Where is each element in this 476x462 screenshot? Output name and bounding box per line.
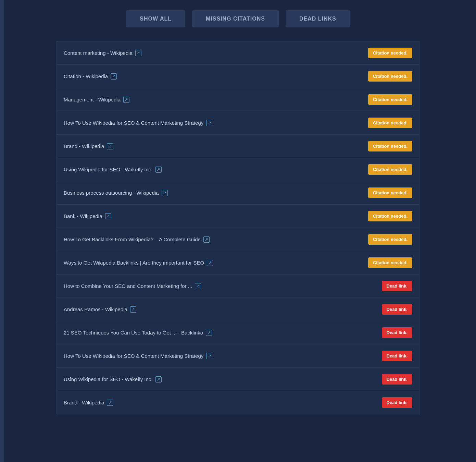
table-row: Brand - Wikipedia↗︎Dead link. — [57, 391, 419, 414]
status-badge[interactable]: Dead link. — [382, 281, 412, 291]
status-badge[interactable]: Dead link. — [382, 374, 412, 385]
result-title: Using Wikipedia for SEO - Wakefly Inc.↗︎ — [64, 376, 382, 382]
result-title: Andreas Ramos - Wikipedia↗︎ — [64, 306, 382, 313]
external-link-icon[interactable]: ↗︎ — [107, 143, 113, 149]
result-title-text: How To Use Wikipedia for SEO & Content M… — [64, 120, 203, 126]
external-link-icon[interactable]: ↗︎ — [130, 306, 136, 313]
result-title: Citation - Wikipedia↗︎ — [64, 73, 368, 80]
result-title: Content marketing - Wikipedia↗︎ — [64, 50, 368, 56]
external-link-icon[interactable]: ↗︎ — [206, 353, 212, 359]
table-row: 21 SEO Techniques You Can Use Today to G… — [57, 321, 419, 344]
status-badge[interactable]: Citation needed. — [368, 234, 412, 245]
table-row: Business process outsourcing - Wikipedia… — [57, 181, 419, 205]
table-row: Content marketing - Wikipedia↗︎Citation … — [57, 41, 419, 65]
result-title-text: How To Use Wikipedia for SEO & Content M… — [64, 353, 203, 359]
result-title: 21 SEO Techniques You Can Use Today to G… — [64, 330, 382, 336]
status-badge[interactable]: Citation needed. — [368, 118, 412, 128]
result-title: How To Get Backlinks From Wikipedia? – A… — [64, 236, 368, 243]
table-row: How to Combine Your SEO and Content Mark… — [57, 275, 419, 298]
result-title-text: Using Wikipedia for SEO - Wakefly Inc. — [64, 167, 153, 172]
result-title-text: Content marketing - Wikipedia — [64, 50, 133, 56]
result-title: Ways to Get Wikipedia Backlinks | Are th… — [64, 260, 368, 266]
result-title-text: Business process outsourcing - Wikipedia — [64, 190, 159, 196]
show-all-button[interactable]: SHOW ALL — [126, 10, 185, 27]
table-row: Andreas Ramos - Wikipedia↗︎Dead link. — [57, 298, 419, 321]
external-link-icon[interactable]: ↗︎ — [162, 190, 168, 196]
table-row: How To Get Backlinks From Wikipedia? – A… — [57, 228, 419, 251]
result-title-text: Using Wikipedia for SEO - Wakefly Inc. — [64, 376, 153, 382]
left-accent — [0, 0, 4, 462]
external-link-icon[interactable]: ↗︎ — [123, 97, 129, 103]
table-row: Ways to Get Wikipedia Backlinks | Are th… — [57, 251, 419, 275]
external-link-icon[interactable]: ↗︎ — [155, 376, 162, 382]
table-row: Using Wikipedia for SEO - Wakefly Inc.↗︎… — [57, 368, 419, 391]
results-list: Content marketing - Wikipedia↗︎Citation … — [57, 41, 419, 414]
result-title: How To Use Wikipedia for SEO & Content M… — [64, 353, 382, 359]
result-title: Business process outsourcing - Wikipedia… — [64, 190, 368, 196]
status-badge[interactable]: Citation needed. — [368, 187, 412, 198]
result-title-text: How To Get Backlinks From Wikipedia? – A… — [64, 236, 201, 242]
result-title: How to Combine Your SEO and Content Mark… — [64, 283, 382, 289]
status-badge[interactable]: Citation needed. — [368, 211, 412, 221]
result-title: Bank - Wikipedia↗︎ — [64, 213, 368, 219]
table-row: Bank - Wikipedia↗︎Citation needed. — [57, 205, 419, 228]
status-badge[interactable]: Citation needed. — [368, 94, 412, 105]
external-link-icon[interactable]: ↗︎ — [155, 167, 162, 173]
filter-buttons: SHOW ALL MISSING CITATIONS DEAD LINKS — [0, 0, 476, 41]
result-title: Using Wikipedia for SEO - Wakefly Inc.↗︎ — [64, 167, 368, 173]
table-row: Citation - Wikipedia↗︎Citation needed. — [57, 65, 419, 88]
table-row: Brand - Wikipedia↗︎Citation needed. — [57, 135, 419, 158]
result-title-text: Andreas Ramos - Wikipedia — [64, 306, 127, 312]
result-title: How To Use Wikipedia for SEO & Content M… — [64, 120, 368, 126]
status-badge[interactable]: Citation needed. — [368, 164, 412, 175]
status-badge[interactable]: Dead link. — [382, 351, 412, 361]
external-link-icon[interactable]: ↗︎ — [203, 236, 210, 243]
status-badge[interactable]: Dead link. — [382, 327, 412, 338]
status-badge[interactable]: Citation needed. — [368, 48, 412, 58]
external-link-icon[interactable]: ↗︎ — [135, 50, 141, 56]
status-badge[interactable]: Dead link. — [382, 397, 412, 408]
external-link-icon[interactable]: ↗︎ — [206, 120, 212, 126]
external-link-icon[interactable]: ↗︎ — [107, 400, 113, 406]
result-title-text: How to Combine Your SEO and Content Mark… — [64, 283, 192, 289]
result-title: Management - Wikipedia↗︎ — [64, 97, 368, 103]
external-link-icon[interactable]: ↗︎ — [195, 283, 201, 289]
table-row: How To Use Wikipedia for SEO & Content M… — [57, 344, 419, 368]
external-link-icon[interactable]: ↗︎ — [207, 260, 213, 266]
status-badge[interactable]: Citation needed. — [368, 71, 412, 82]
result-title-text: Bank - Wikipedia — [64, 213, 102, 219]
missing-citations-button[interactable]: MISSING CITATIONS — [192, 10, 279, 27]
status-badge[interactable]: Citation needed. — [368, 141, 412, 151]
status-badge[interactable]: Citation needed. — [368, 257, 412, 268]
table-row: How To Use Wikipedia for SEO & Content M… — [57, 111, 419, 135]
result-title-text: Management - Wikipedia — [64, 97, 121, 102]
result-title: Brand - Wikipedia↗︎ — [64, 143, 368, 149]
external-link-icon[interactable]: ↗︎ — [206, 330, 212, 336]
dead-links-button[interactable]: DEAD LINKS — [286, 10, 350, 27]
result-title-text: Ways to Get Wikipedia Backlinks | Are th… — [64, 260, 204, 266]
result-title-text: Citation - Wikipedia — [64, 73, 108, 79]
external-link-icon[interactable]: ↗︎ — [111, 73, 117, 80]
external-link-icon[interactable]: ↗︎ — [105, 213, 111, 219]
result-title: Brand - Wikipedia↗︎ — [64, 400, 382, 406]
table-row: Using Wikipedia for SEO - Wakefly Inc.↗︎… — [57, 158, 419, 181]
table-row: Management - Wikipedia↗︎Citation needed. — [57, 88, 419, 111]
result-title-text: Brand - Wikipedia — [64, 400, 104, 405]
result-title-text: Brand - Wikipedia — [64, 143, 104, 149]
result-title-text: 21 SEO Techniques You Can Use Today to G… — [64, 330, 203, 336]
status-badge[interactable]: Dead link. — [382, 304, 412, 315]
